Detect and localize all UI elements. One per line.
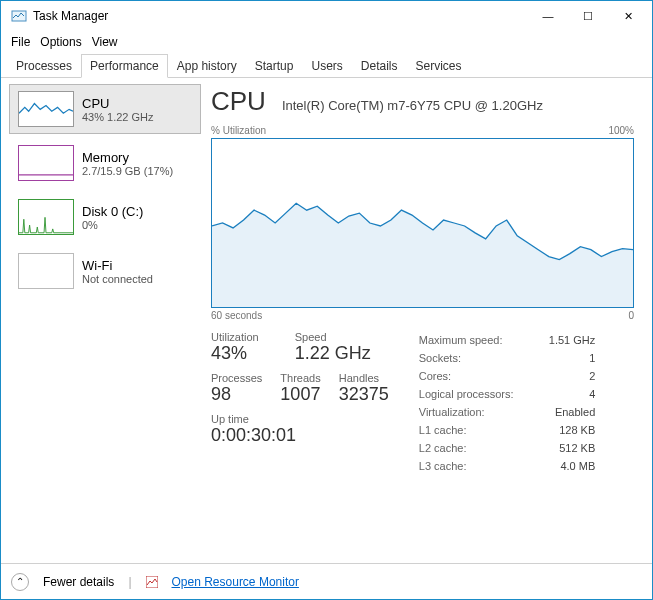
l2-cache-value: 512 KB xyxy=(559,439,595,457)
fewer-details-chevron-icon[interactable]: ⌃ xyxy=(11,573,29,591)
logical-processors-label: Logical processors: xyxy=(419,385,529,403)
chart-bottom-right-label: 0 xyxy=(628,310,634,321)
virtualization-value: Enabled xyxy=(555,403,595,421)
chart-top-left-label: % Utilization xyxy=(211,125,266,136)
l3-cache-label: L3 cache: xyxy=(419,457,529,475)
virtualization-label: Virtualization: xyxy=(419,403,529,421)
l1-cache-label: L1 cache: xyxy=(419,421,529,439)
sidebar-item-sub: 0% xyxy=(82,219,143,231)
handles-value: 32375 xyxy=(339,384,389,405)
tab-startup[interactable]: Startup xyxy=(246,54,303,78)
tab-processes[interactable]: Processes xyxy=(7,54,81,78)
l2-cache-label: L2 cache: xyxy=(419,439,529,457)
sidebar: CPU 43% 1.22 GHz Memory 2.7/15.9 GB (17%… xyxy=(1,78,201,558)
sidebar-item-label: Disk 0 (C:) xyxy=(82,204,143,219)
resource-monitor-icon xyxy=(146,576,158,588)
speed-label: Speed xyxy=(295,331,389,343)
window-title: Task Manager xyxy=(33,9,528,23)
sidebar-item-label: Wi-Fi xyxy=(82,258,153,273)
footer: ⌃ Fewer details | Open Resource Monitor xyxy=(1,563,652,599)
main-area: CPU 43% 1.22 GHz Memory 2.7/15.9 GB (17%… xyxy=(1,78,652,558)
menu-file[interactable]: File xyxy=(7,33,34,51)
memory-thumb-icon xyxy=(18,145,74,181)
tab-services[interactable]: Services xyxy=(407,54,471,78)
minimize-button[interactable]: — xyxy=(528,2,568,30)
disk-thumb-icon xyxy=(18,199,74,235)
chart-top-right-label: 100% xyxy=(608,125,634,136)
uptime-value: 0:00:30:01 xyxy=(211,425,389,446)
utilization-label: Utilization xyxy=(211,331,277,343)
sidebar-item-sub: 43% 1.22 GHz xyxy=(82,111,154,123)
stats-left: Utilization 43% Speed 1.22 GHz Processes… xyxy=(211,331,389,475)
menu-options[interactable]: Options xyxy=(36,33,85,51)
sockets-label: Sockets: xyxy=(419,349,529,367)
tab-app-history[interactable]: App history xyxy=(168,54,246,78)
stats-area: Utilization 43% Speed 1.22 GHz Processes… xyxy=(211,331,634,475)
fewer-details-label[interactable]: Fewer details xyxy=(43,575,114,589)
tab-bar: Processes Performance App history Startu… xyxy=(1,53,652,78)
sidebar-item-label: Memory xyxy=(82,150,173,165)
uptime-label: Up time xyxy=(211,413,389,425)
sidebar-item-disk[interactable]: Disk 0 (C:) 0% xyxy=(9,192,201,242)
sockets-value: 1 xyxy=(589,349,595,367)
max-speed-value: 1.51 GHz xyxy=(549,331,595,349)
cpu-chart xyxy=(211,138,634,308)
wifi-thumb-icon xyxy=(18,253,74,289)
cores-label: Cores: xyxy=(419,367,529,385)
speed-value: 1.22 GHz xyxy=(295,343,389,364)
detail-panel: CPU Intel(R) Core(TM) m7-6Y75 CPU @ 1.20… xyxy=(201,78,652,558)
tab-details[interactable]: Details xyxy=(352,54,407,78)
titlebar: Task Manager — ☐ ✕ xyxy=(1,1,652,31)
tab-performance[interactable]: Performance xyxy=(81,54,168,78)
stats-right: Maximum speed:1.51 GHz Sockets:1 Cores:2… xyxy=(419,331,595,475)
sidebar-item-sub: Not connected xyxy=(82,273,153,285)
threads-value: 1007 xyxy=(280,384,320,405)
processes-label: Processes xyxy=(211,372,262,384)
sidebar-item-wifi[interactable]: Wi-Fi Not connected xyxy=(9,246,201,296)
sidebar-item-label: CPU xyxy=(82,96,154,111)
menubar: File Options View xyxy=(1,31,652,53)
utilization-value: 43% xyxy=(211,343,277,364)
cores-value: 2 xyxy=(589,367,595,385)
svg-rect-1 xyxy=(146,576,158,588)
l3-cache-value: 4.0 MB xyxy=(560,457,595,475)
maximize-button[interactable]: ☐ xyxy=(568,2,608,30)
logical-processors-value: 4 xyxy=(589,385,595,403)
cpu-thumb-icon xyxy=(18,91,74,127)
detail-title: CPU xyxy=(211,86,266,117)
sidebar-item-sub: 2.7/15.9 GB (17%) xyxy=(82,165,173,177)
handles-label: Handles xyxy=(339,372,389,384)
max-speed-label: Maximum speed: xyxy=(419,331,529,349)
chart-bottom-left-label: 60 seconds xyxy=(211,310,262,321)
detail-subtitle: Intel(R) Core(TM) m7-6Y75 CPU @ 1.20GHz xyxy=(282,98,634,113)
sidebar-item-cpu[interactable]: CPU 43% 1.22 GHz xyxy=(9,84,201,134)
sidebar-item-memory[interactable]: Memory 2.7/15.9 GB (17%) xyxy=(9,138,201,188)
tab-users[interactable]: Users xyxy=(302,54,351,78)
open-resource-monitor-link[interactable]: Open Resource Monitor xyxy=(172,575,299,589)
threads-label: Threads xyxy=(280,372,320,384)
processes-value: 98 xyxy=(211,384,262,405)
app-icon xyxy=(11,8,27,24)
l1-cache-value: 128 KB xyxy=(559,421,595,439)
menu-view[interactable]: View xyxy=(88,33,122,51)
close-button[interactable]: ✕ xyxy=(608,2,648,30)
